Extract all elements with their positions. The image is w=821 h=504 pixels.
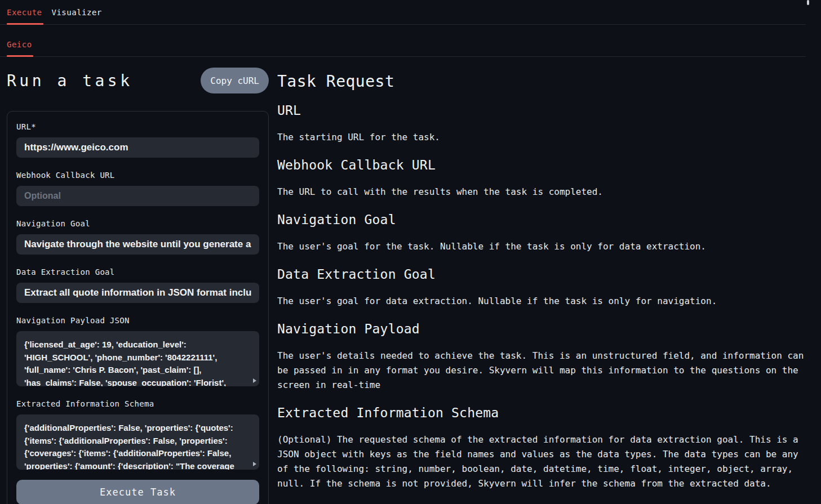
resize-handle-icon[interactable] bbox=[253, 378, 256, 383]
target-tabbar: Geico bbox=[0, 25, 806, 57]
url-label: URL* bbox=[16, 122, 259, 131]
task-request-docs: Task Request URL The starting URL for th… bbox=[269, 57, 806, 504]
doc-description-data-extraction-goal: The user's goal for data extraction. Nul… bbox=[277, 294, 806, 309]
url-field-group: URL* bbox=[16, 122, 259, 158]
doc-section-webhook-callback-url: Webhook Callback URL The URL to call wit… bbox=[277, 158, 806, 199]
doc-heading-url: URL bbox=[277, 104, 806, 117]
doc-section-extracted-information-schema: Extracted Information Schema (Optional) … bbox=[277, 406, 806, 491]
doc-description-url: The starting URL for the task. bbox=[277, 130, 806, 145]
navigation-payload-label: Navigation Payload JSON bbox=[16, 316, 259, 325]
schema-field-group: Extracted Information Schema {'additiona… bbox=[16, 399, 259, 470]
extracted-information-schema-label: Extracted Information Schema bbox=[16, 399, 259, 408]
doc-heading-extracted-information-schema: Extracted Information Schema bbox=[277, 406, 806, 420]
schema-wrap: {'additionalProperties': False, 'propert… bbox=[16, 414, 259, 470]
tab-execute[interactable]: Execute bbox=[7, 0, 42, 24]
page-title: Run a task bbox=[7, 72, 133, 90]
doc-heading-webhook-callback-url: Webhook Callback URL bbox=[277, 158, 806, 172]
navigation-goal-field-group: Navigation Goal bbox=[16, 219, 259, 255]
tab-geico[interactable]: Geico bbox=[7, 25, 32, 56]
doc-description-navigation-goal: The user's goal for the task. Nullable i… bbox=[277, 239, 806, 254]
doc-section-data-extraction-goal: Data Extraction Goal The user's goal for… bbox=[277, 267, 806, 309]
data-extraction-goal-field-group: Data Extraction Goal bbox=[16, 267, 259, 303]
execute-task-button[interactable]: Execute Task bbox=[16, 480, 259, 504]
doc-section-navigation-payload: Navigation Payload The user's details ne… bbox=[277, 322, 806, 393]
data-extraction-goal-label: Data Extraction Goal bbox=[16, 267, 259, 276]
scrollbar-thumb[interactable] bbox=[807, 0, 809, 5]
doc-heading-navigation-payload: Navigation Payload bbox=[277, 322, 806, 336]
doc-section-url: URL The starting URL for the task. bbox=[277, 104, 806, 145]
navigation-payload-wrap: {'licensed_at_age': 19, 'education_level… bbox=[16, 331, 259, 386]
resize-handle-icon[interactable] bbox=[253, 462, 256, 466]
data-extraction-goal-input[interactable] bbox=[16, 283, 259, 303]
doc-description-webhook-callback-url: The URL to call with the results when th… bbox=[277, 185, 806, 199]
navigation-goal-label: Navigation Goal bbox=[16, 219, 259, 228]
copy-curl-button[interactable]: Copy cURL bbox=[201, 68, 269, 93]
task-form-card: URL* Webhook Callback URL Navigation Goa… bbox=[7, 111, 269, 504]
webhook-field-group: Webhook Callback URL bbox=[16, 171, 259, 206]
url-input[interactable] bbox=[16, 137, 259, 158]
tab-visualizer[interactable]: Visualizer bbox=[52, 0, 102, 24]
navigation-payload-field-group: Navigation Payload JSON {'licensed_at_ag… bbox=[16, 316, 259, 386]
doc-heading-navigation-goal: Navigation Goal bbox=[277, 213, 806, 226]
doc-section-navigation-goal: Navigation Goal The user's goal for the … bbox=[277, 213, 806, 254]
run-task-panel: Run a task Copy cURL URL* Webhook Callba… bbox=[7, 57, 269, 504]
run-task-header: Run a task Copy cURL bbox=[7, 68, 269, 93]
webhook-callback-url-input[interactable] bbox=[16, 186, 259, 206]
webhook-callback-url-label: Webhook Callback URL bbox=[16, 171, 259, 180]
doc-description-navigation-payload: The user's details needed to achieve the… bbox=[277, 349, 806, 393]
navigation-payload-textarea[interactable]: {'licensed_at_age': 19, 'education_level… bbox=[16, 331, 259, 386]
navigation-goal-input[interactable] bbox=[16, 234, 259, 255]
task-request-title: Task Request bbox=[277, 73, 806, 90]
main-tabbar: Execute Visualizer bbox=[0, 0, 806, 25]
doc-description-extracted-information-schema: (Optional) The requested schema of the e… bbox=[277, 432, 806, 491]
doc-heading-data-extraction-goal: Data Extraction Goal bbox=[277, 267, 806, 281]
main-content: Run a task Copy cURL URL* Webhook Callba… bbox=[0, 57, 821, 504]
extracted-information-schema-textarea[interactable]: {'additionalProperties': False, 'propert… bbox=[16, 414, 259, 470]
